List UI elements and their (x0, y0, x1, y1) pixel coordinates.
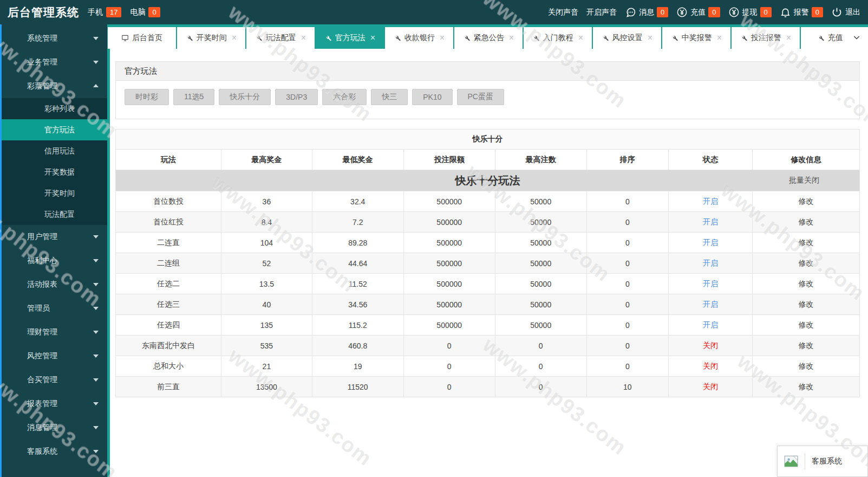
game-button-快乐十分[interactable]: 快乐十分 (219, 89, 271, 105)
status-toggle-link[interactable]: 开启 (668, 294, 752, 315)
sidebar-item-管理员[interactable]: 管理员 (2, 296, 107, 320)
sidebar-item-业务管理[interactable]: 业务管理 (2, 50, 107, 74)
sidebar-subitem-开奖数据[interactable]: 开奖数据 (2, 162, 107, 183)
game-button-row: 时时彩11选5快乐十分3D/P3六合彩快三PK10PC蛋蛋 (116, 81, 859, 119)
game-button-时时彩[interactable]: 时时彩 (125, 89, 169, 105)
tab-label: 中奖报警 (682, 33, 712, 43)
status-toggle-link[interactable]: 开启 (668, 253, 752, 274)
cell-bet_limit: 500000 (403, 253, 495, 274)
wrench-icon (602, 34, 609, 42)
status-toggle-link[interactable]: 关闭 (668, 356, 752, 377)
modify-link[interactable]: 修改 (753, 253, 860, 274)
close-icon[interactable]: × (509, 34, 514, 42)
game-button-快三[interactable]: 快三 (371, 89, 408, 105)
status-toggle-link[interactable]: 开启 (668, 315, 752, 336)
close-icon[interactable]: × (301, 34, 306, 42)
status-toggle-link[interactable]: 开启 (668, 274, 752, 294)
modify-link[interactable]: 修改 (753, 356, 860, 377)
tab-label: 入门教程 (543, 33, 573, 43)
pc-count-badge: 0 (148, 7, 160, 17)
cell-max_bets: 0 (495, 336, 586, 356)
alarm-label: 报警 (794, 8, 809, 17)
sidebar-subitem-开奖时间[interactable]: 开奖时间 (2, 183, 107, 204)
tab-label: 投注报警 (751, 33, 781, 43)
withdraw-button[interactable]: 提现 0 (728, 7, 772, 18)
modify-link[interactable]: 修改 (753, 377, 860, 397)
status-toggle-link[interactable]: 开启 (668, 212, 752, 233)
sidebar-subitem-label: 开奖数据 (44, 167, 75, 177)
customer-service-label: 客服系统 (812, 456, 842, 466)
wrench-icon (255, 34, 263, 42)
tab-收款银行[interactable]: 收款银行× (385, 27, 453, 49)
tab-入门教程[interactable]: 入门教程× (524, 27, 592, 49)
sidebar-item-彩票管理[interactable]: 彩票管理 (2, 74, 107, 98)
status-toggle-link[interactable]: 关闭 (668, 377, 752, 397)
modify-link[interactable]: 修改 (753, 294, 860, 315)
sidebar-item-label: 理财管理 (27, 327, 57, 337)
sidebar-item-报表管理[interactable]: 报表管理 (2, 392, 107, 416)
close-icon[interactable]: × (578, 34, 583, 42)
modify-link[interactable]: 修改 (753, 233, 860, 253)
modify-link[interactable]: 修改 (753, 274, 860, 294)
tab-玩法配置[interactable]: 玩法配置× (246, 27, 315, 49)
game-button-六合彩[interactable]: 六合彩 (322, 89, 367, 105)
customer-service-widget[interactable]: 客服系统 (777, 446, 868, 477)
messages-button[interactable]: 消息 0 (625, 7, 668, 18)
recharge-button[interactable]: 充值 0 (676, 7, 720, 18)
wrench-icon (324, 34, 332, 42)
close-icon[interactable]: × (370, 34, 375, 42)
status-toggle-link[interactable]: 开启 (668, 233, 752, 253)
sidebar-item-风控管理[interactable]: 风控管理 (2, 344, 107, 368)
game-button-PK10[interactable]: PK10 (412, 89, 452, 105)
tab-bar: 后台首页开奖时间×玩法配置×官方玩法×收款银行×紧急公告×入门教程×风控设置×中… (107, 24, 868, 49)
tab-紧急公告[interactable]: 紧急公告× (454, 27, 523, 49)
status-toggle-link[interactable]: 开启 (668, 191, 752, 212)
batch-close-button[interactable]: 批量关闭 (789, 176, 819, 185)
tab-开奖时间[interactable]: 开奖时间× (177, 27, 245, 49)
tab-官方玩法[interactable]: 官方玩法× (316, 27, 384, 49)
cell-max_bets: 0 (495, 356, 586, 377)
close-icon[interactable]: × (232, 34, 237, 42)
sidebar-item-消息管理[interactable]: 消息管理 (2, 416, 107, 440)
sidebar-subitem-玩法配置[interactable]: 玩法配置 (2, 204, 107, 225)
sidebar-item-客服系统[interactable]: 客服系统 (2, 440, 107, 463)
close-icon[interactable]: × (786, 34, 791, 42)
tab-充值[interactable]: 充值× (801, 27, 845, 49)
cell-sort: 0 (586, 191, 668, 212)
tab-投注报警[interactable]: 投注报警× (732, 27, 800, 49)
alarm-button[interactable]: 报警 0 (780, 7, 823, 18)
sidebar-subitem-官方玩法[interactable]: 官方玩法 (2, 119, 107, 140)
game-button-PC蛋蛋[interactable]: PC蛋蛋 (457, 89, 504, 105)
sidebar-item-理财管理[interactable]: 理财管理 (2, 320, 107, 344)
modify-link[interactable]: 修改 (753, 336, 860, 356)
game-button-11选5[interactable]: 11选5 (173, 89, 214, 105)
sound-off-button[interactable]: 关闭声音 (548, 8, 578, 17)
recharge-yen-icon (676, 7, 688, 18)
logout-button[interactable]: 退出 (831, 7, 860, 18)
status-toggle-link[interactable]: 关闭 (668, 336, 752, 356)
close-icon[interactable]: × (717, 34, 722, 42)
pc-online-stat: 电脑 0 (130, 7, 160, 17)
sidebar-item-用户管理[interactable]: 用户管理 (2, 225, 107, 249)
sidebar-item-福利中心[interactable]: 福利中心 (2, 249, 107, 273)
sidebar-subitem-彩种列表[interactable]: 彩种列表 (2, 98, 107, 119)
sound-on-button[interactable]: 开启声音 (586, 8, 617, 17)
tab-风控设置[interactable]: 风控设置× (593, 27, 661, 49)
cell-min_prize: 34.56 (312, 294, 403, 315)
sidebar-subitem-信用玩法[interactable]: 信用玩法 (2, 140, 107, 162)
tab-中奖报警[interactable]: 中奖报警× (662, 27, 730, 49)
tab-overflow-button[interactable] (845, 27, 868, 49)
sidebar-item-系统管理[interactable]: 系统管理 (2, 27, 107, 50)
modify-link[interactable]: 修改 (753, 191, 860, 212)
sidebar-item-合买管理[interactable]: 合买管理 (2, 368, 107, 392)
close-icon[interactable]: × (440, 34, 445, 42)
close-icon[interactable]: × (648, 34, 652, 42)
game-button-3D/P3[interactable]: 3D/P3 (275, 89, 318, 105)
cell-bet_limit: 0 (403, 336, 495, 356)
sidebar-item-活动报表[interactable]: 活动报表 (2, 273, 107, 296)
tab-后台首页[interactable]: 后台首页 (108, 27, 176, 49)
cell-bet_limit: 500000 (403, 315, 495, 336)
modify-link[interactable]: 修改 (753, 212, 860, 233)
modify-link[interactable]: 修改 (753, 315, 860, 336)
sidebar-item-label: 消息管理 (27, 423, 57, 433)
